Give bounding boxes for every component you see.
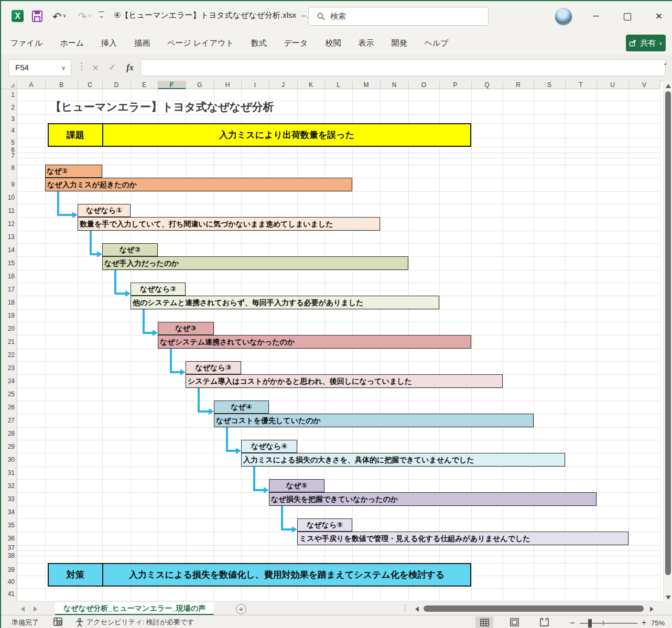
row-header-29[interactable]: 29 bbox=[1, 442, 15, 451]
row-header-24[interactable]: 24 bbox=[1, 376, 15, 386]
column-header-C[interactable]: C bbox=[78, 81, 102, 89]
why-box-text-4[interactable]: 他のシステムと連携されておらず、毎回手入力する必要がありました bbox=[131, 296, 439, 309]
why-box-label-1[interactable]: なぜ① bbox=[45, 165, 102, 178]
zoom-slider-thumb[interactable] bbox=[588, 619, 592, 627]
insert-function-button[interactable]: fx bbox=[122, 59, 138, 76]
redo-button[interactable]: ↷∨ bbox=[78, 7, 92, 25]
row-header-4[interactable]: 4 bbox=[1, 126, 15, 135]
row-header-23[interactable]: 23 bbox=[1, 363, 15, 373]
why-box-text-8[interactable]: 入力ミスによる損失の大きさを、具体的に把握できていませんでした bbox=[241, 453, 565, 467]
column-header-J[interactable]: J bbox=[269, 81, 297, 89]
add-sheet-button[interactable]: + bbox=[236, 604, 246, 614]
cancel-entry-button[interactable]: × bbox=[88, 59, 103, 76]
why-box-label-9[interactable]: なぜ⑤ bbox=[269, 479, 324, 492]
why-box-label-6[interactable]: なぜなら③ bbox=[186, 361, 241, 374]
scroll-up-icon[interactable] bbox=[666, 84, 671, 88]
minimize-button[interactable]: – bbox=[584, 8, 608, 25]
why-box-text-2[interactable]: 数量を手で入力していて、打ち間違いに気づかないまま進めてしまいました bbox=[78, 217, 380, 231]
row-header-3[interactable]: 3 bbox=[1, 114, 15, 124]
column-header-V[interactable]: V bbox=[628, 81, 660, 89]
column-header-M[interactable]: M bbox=[352, 81, 380, 89]
ribbon-tab-校閲[interactable]: 校閲 bbox=[325, 38, 341, 48]
row-header-41[interactable]: 41 bbox=[1, 589, 15, 599]
hscroll-left-icon[interactable] bbox=[415, 607, 419, 612]
share-button[interactable]: 共有 ∨ bbox=[626, 35, 666, 51]
row-header-13[interactable]: 13 bbox=[1, 232, 15, 242]
row-header-9[interactable]: 9 bbox=[1, 180, 15, 189]
close-button[interactable]: × bbox=[647, 8, 671, 25]
select-all-corner[interactable] bbox=[1, 81, 17, 89]
row-header-14[interactable]: 14 bbox=[1, 245, 15, 255]
row-header-34[interactable]: 34 bbox=[1, 507, 15, 517]
macro-record-icon[interactable] bbox=[53, 618, 63, 628]
why-box-text-1[interactable]: なぜ入力ミスが起きたのか bbox=[45, 178, 352, 191]
document-title[interactable]: ④【ヒューマンエラー】トヨタ式なぜなぜ分析.xlsx–… bbox=[114, 10, 313, 20]
ribbon-tab-データ[interactable]: データ bbox=[284, 38, 308, 48]
why-box-label-5[interactable]: なぜ③ bbox=[158, 322, 214, 335]
column-header-S[interactable]: S bbox=[534, 81, 565, 89]
row-header-18[interactable]: 18 bbox=[1, 298, 15, 307]
why-box-text-6[interactable]: システム導入はコストがかかると思われ、後回しになっていました bbox=[186, 374, 503, 388]
row-header-20[interactable]: 20 bbox=[1, 324, 15, 333]
formula-input[interactable] bbox=[140, 59, 666, 76]
vertical-scrollbar-thumb[interactable] bbox=[665, 91, 671, 575]
horizontal-scrollbar-thumb[interactable] bbox=[424, 605, 644, 612]
column-header-U[interactable]: U bbox=[597, 81, 628, 89]
column-header-F[interactable]: F bbox=[158, 81, 186, 89]
column-header-B[interactable]: B bbox=[45, 81, 78, 89]
save-icon[interactable] bbox=[31, 10, 43, 25]
why-box-text-7[interactable]: なぜコストを優先していたのか bbox=[214, 414, 534, 427]
quick-access-menu-icon[interactable]: ⌄ bbox=[99, 12, 104, 19]
ribbon-tab-開発[interactable]: 開発 bbox=[391, 38, 407, 48]
row-header-36[interactable]: 36 bbox=[1, 534, 15, 543]
page-break-view-button[interactable] bbox=[535, 616, 553, 628]
excel-app-icon[interactable]: X bbox=[12, 10, 24, 22]
row-header-38[interactable]: 38 bbox=[1, 551, 15, 560]
row-header-28[interactable]: 28 bbox=[1, 429, 15, 438]
row-header-10[interactable]: 10 bbox=[1, 193, 15, 202]
why-box-text-10[interactable]: ミスや手戻りを数値で管理・見える化する仕組みがありませんでした bbox=[297, 532, 628, 545]
why-box-label-7[interactable]: なぜ④ bbox=[214, 400, 269, 414]
why-box-label-10[interactable]: なぜなら⑤ bbox=[297, 518, 352, 532]
ribbon-tab-挿入[interactable]: 挿入 bbox=[101, 38, 117, 48]
ribbon-tab-ファイル[interactable]: ファイル bbox=[10, 38, 42, 48]
confirm-entry-button[interactable]: ✓ bbox=[104, 59, 120, 76]
zoom-level[interactable]: 75% bbox=[651, 619, 665, 627]
undo-button[interactable]: ↶∨ bbox=[52, 7, 67, 25]
formula-bar-expand-icon[interactable]: ⌄ bbox=[663, 59, 668, 67]
row-header-11[interactable]: 11 bbox=[1, 206, 15, 215]
zoom-out-button[interactable]: − bbox=[570, 618, 575, 628]
name-box[interactable]: F54 ∨ bbox=[8, 59, 71, 76]
page-layout-view-button[interactable] bbox=[505, 616, 523, 628]
row-header-17[interactable]: 17 bbox=[1, 285, 15, 294]
why-box-label-4[interactable]: なぜなら② bbox=[131, 283, 186, 296]
scroll-down-icon[interactable] bbox=[666, 595, 671, 600]
sheet-tab-active[interactable]: なぜなぜ分析_ヒューマンエラー_現場の声 bbox=[55, 602, 214, 615]
row-header-21[interactable]: 21 bbox=[1, 337, 15, 347]
ribbon-tab-描画[interactable]: 描画 bbox=[134, 38, 150, 48]
column-header-I[interactable]: I bbox=[241, 81, 269, 89]
column-header-Q[interactable]: Q bbox=[471, 81, 503, 89]
ribbon-tab-数式[interactable]: 数式 bbox=[251, 38, 267, 48]
ribbon-tab-ホーム[interactable]: ホーム bbox=[60, 38, 84, 48]
row-header-25[interactable]: 25 bbox=[1, 389, 15, 399]
row-header-19[interactable]: 19 bbox=[1, 311, 15, 320]
maximize-button[interactable] bbox=[615, 8, 640, 25]
sheet-nav-left-icon[interactable] bbox=[21, 607, 25, 612]
ribbon-tab-ページ レイアウト[interactable]: ページ レイアウト bbox=[167, 38, 234, 48]
column-header-L[interactable]: L bbox=[324, 81, 352, 89]
zoom-in-button[interactable]: + bbox=[642, 618, 646, 627]
column-header-K[interactable]: K bbox=[297, 81, 324, 89]
row-header-7[interactable]: 7 bbox=[1, 151, 15, 160]
row-header-2[interactable]: 2 bbox=[1, 103, 15, 112]
column-header-T[interactable]: T bbox=[565, 81, 597, 89]
row-header-31[interactable]: 31 bbox=[1, 468, 15, 478]
why-box-label-3[interactable]: なぜ② bbox=[102, 243, 158, 256]
accessibility-status[interactable]: アクセシビリティ: 検討が必要です bbox=[75, 618, 194, 627]
row-header-27[interactable]: 27 bbox=[1, 416, 15, 425]
row-header-30[interactable]: 30 bbox=[1, 455, 15, 464]
why-box-text-9[interactable]: なぜ損失を把握できていなかったのか bbox=[269, 492, 597, 506]
column-header-R[interactable]: R bbox=[503, 81, 534, 89]
why-box-label-8[interactable]: なぜなら④ bbox=[241, 440, 297, 453]
sheet-nav-right-icon[interactable] bbox=[34, 607, 37, 612]
